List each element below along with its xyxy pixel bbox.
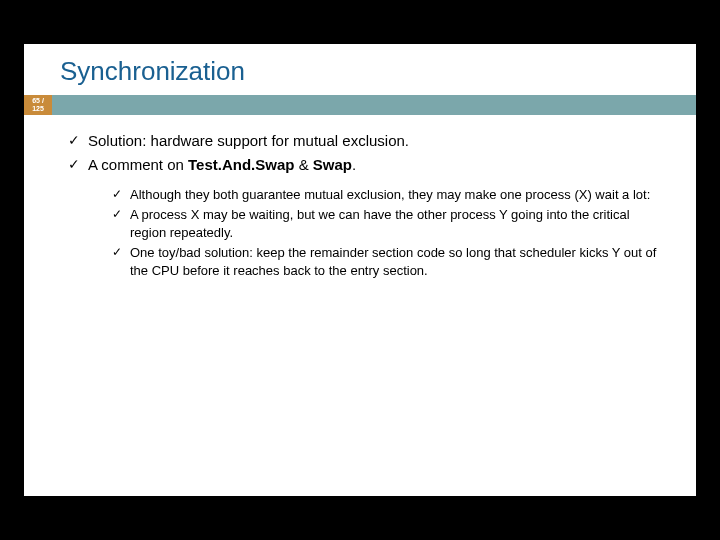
accent-bar — [52, 95, 696, 115]
page-number: 65 / — [32, 97, 44, 105]
bullet-list: Solution: hardware support for mutual ex… — [68, 131, 668, 279]
bold-term: Swap — [313, 156, 352, 173]
bullet-text: Although they both guarantee mutual excl… — [130, 187, 650, 202]
title-bar: 65 / 125 — [24, 95, 696, 115]
bullet-text-post: . — [352, 156, 356, 173]
page-total: 125 — [32, 105, 44, 113]
slide-content: Solution: hardware support for mutual ex… — [24, 115, 696, 279]
list-item: A comment on Test.And.Swap & Swap. Altho… — [68, 155, 668, 279]
list-item: One toy/bad solution: keep the remainder… — [112, 244, 668, 279]
bold-term: Test.And.Swap — [188, 156, 294, 173]
bullet-text: Solution: hardware support for mutual ex… — [88, 132, 409, 149]
page-badge: 65 / 125 — [24, 95, 52, 115]
sub-bullet-list: Although they both guarantee mutual excl… — [112, 186, 668, 280]
bullet-text-amp: & — [294, 156, 312, 173]
list-item: Solution: hardware support for mutual ex… — [68, 131, 668, 151]
bullet-text: A process X may be waiting, but we can h… — [130, 207, 630, 240]
list-item: Although they both guarantee mutual excl… — [112, 186, 668, 204]
slide-title: Synchronization — [24, 44, 696, 95]
bullet-text-pre: A comment on — [88, 156, 188, 173]
list-item: A process X may be waiting, but we can h… — [112, 206, 668, 241]
slide: Synchronization 65 / 125 Solution: hardw… — [24, 44, 696, 496]
bullet-text: One toy/bad solution: keep the remainder… — [130, 245, 656, 278]
